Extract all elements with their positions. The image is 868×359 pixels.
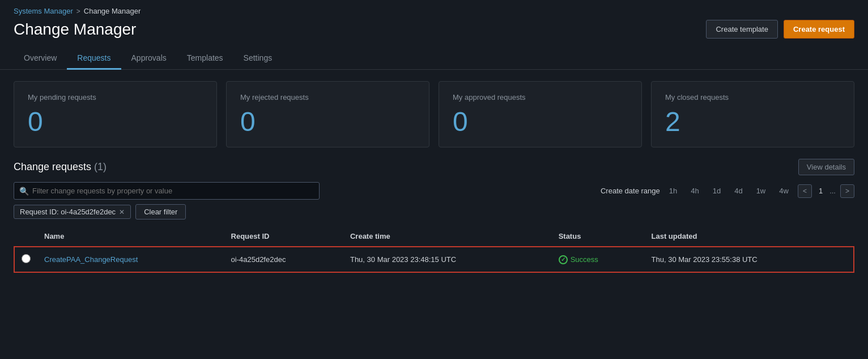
table-header-row: Name Request ID Create time Status Last … — [14, 226, 854, 247]
tab-settings[interactable]: Settings — [233, 48, 283, 70]
date-range-1w[interactable]: 1w — [752, 184, 771, 197]
row-request-id-cell: oi-4a25d2fe2dec — [224, 247, 343, 272]
date-range-controls: Create date range 1h 4h 1d 4d 1w 4w < 1 … — [601, 184, 854, 198]
filter-chip-label: Request ID: oi-4a25d2fe2dec — [20, 208, 116, 216]
col-request-id: Request ID — [224, 226, 343, 247]
card-pending-label: My pending requests — [28, 93, 96, 102]
row-create-time-cell: Thu, 30 Mar 2023 23:48:15 UTC — [343, 247, 552, 272]
card-approved-label: My approved requests — [453, 93, 526, 102]
status-success: ✓ Success — [559, 255, 638, 264]
row-name-cell: CreatePAA_ChangeRequest — [37, 247, 224, 272]
requests-section: Change requests (1) View details 🔍 Creat… — [0, 159, 868, 286]
card-closed-value: 2 — [665, 108, 680, 136]
filter-chips: Request ID: oi-4a25d2fe2dec ✕ Clear filt… — [14, 204, 854, 219]
date-range-1h[interactable]: 1h — [665, 184, 682, 197]
date-range-label: Create date range — [601, 187, 660, 195]
tab-requests[interactable]: Requests — [67, 48, 121, 70]
row-name-link[interactable]: CreatePAA_ChangeRequest — [44, 255, 138, 264]
date-range-4w[interactable]: 4w — [775, 184, 793, 197]
col-last-updated: Last updated — [645, 226, 854, 247]
date-range-4d[interactable]: 4d — [730, 184, 747, 197]
row-last-updated-cell: Thu, 30 Mar 2023 23:55:38 UTC — [645, 247, 854, 272]
status-label: Success — [571, 255, 598, 264]
breadcrumb-parent-link[interactable]: Systems Manager — [14, 7, 73, 15]
create-template-button[interactable]: Create template — [706, 20, 778, 39]
pagination-page-number: 1 — [816, 187, 825, 195]
card-pending-value: 0 — [28, 108, 43, 136]
page-title: Change Manager — [14, 20, 136, 39]
clear-filter-button[interactable]: Clear filter — [135, 204, 186, 219]
page-header: Change Manager Create template Create re… — [0, 20, 868, 48]
breadcrumb: Systems Manager > Change Manager — [0, 0, 868, 20]
success-icon: ✓ — [559, 255, 568, 264]
pagination-next-button[interactable]: > — [840, 184, 854, 198]
card-rejected-value: 0 — [240, 108, 256, 136]
section-title-wrapper: Change requests (1) — [14, 161, 107, 173]
pagination-prev-button[interactable]: < — [798, 184, 812, 198]
col-create-time: Create time — [343, 226, 552, 247]
request-id-filter-chip: Request ID: oi-4a25d2fe2dec ✕ — [14, 205, 131, 219]
view-details-button[interactable]: View details — [798, 159, 854, 175]
card-rejected-label: My rejected requests — [240, 93, 309, 102]
tab-approvals[interactable]: Approvals — [121, 48, 177, 70]
tabs-nav: Overview Requests Approvals Templates Se… — [0, 48, 868, 70]
pagination-ellipsis: ... — [829, 187, 836, 195]
date-range-4h[interactable]: 4h — [686, 184, 703, 197]
create-request-button[interactable]: Create request — [784, 20, 854, 39]
filter-bar: 🔍 Create date range 1h 4h 1d 4d 1w 4w < … — [14, 182, 854, 219]
card-approved: My approved requests 0 — [439, 81, 642, 147]
section-title: Change requests (1) — [14, 161, 107, 172]
card-rejected: My rejected requests 0 — [226, 81, 429, 147]
card-approved-value: 0 — [453, 108, 468, 136]
breadcrumb-separator: > — [76, 7, 80, 15]
search-input[interactable] — [14, 182, 320, 200]
table-row: CreatePAA_ChangeRequest oi-4a25d2fe2dec … — [14, 247, 854, 272]
row-select-cell — [14, 247, 37, 272]
requests-table: Name Request ID Create time Status Last … — [14, 226, 854, 273]
section-header: Change requests (1) View details — [14, 159, 854, 175]
card-closed: My closed requests 2 — [651, 81, 854, 147]
header-buttons: Create template Create request — [706, 20, 854, 39]
row-radio-button[interactable] — [22, 254, 31, 263]
breadcrumb-current: Change Manager — [84, 7, 141, 15]
row-status-cell: ✓ Success — [552, 247, 645, 272]
filter-chip-close-button[interactable]: ✕ — [119, 209, 125, 216]
tab-templates[interactable]: Templates — [177, 48, 233, 70]
col-status: Status — [552, 226, 645, 247]
search-row: 🔍 Create date range 1h 4h 1d 4d 1w 4w < … — [14, 182, 854, 200]
col-name: Name — [37, 226, 224, 247]
card-closed-label: My closed requests — [665, 93, 729, 102]
card-pending: My pending requests 0 — [14, 81, 217, 147]
date-range-1d[interactable]: 1d — [708, 184, 725, 197]
col-select — [14, 226, 37, 247]
summary-cards: My pending requests 0 My rejected reques… — [0, 70, 868, 159]
tab-overview[interactable]: Overview — [14, 48, 67, 70]
search-wrapper: 🔍 — [14, 182, 320, 200]
section-count: (1) — [94, 161, 107, 172]
